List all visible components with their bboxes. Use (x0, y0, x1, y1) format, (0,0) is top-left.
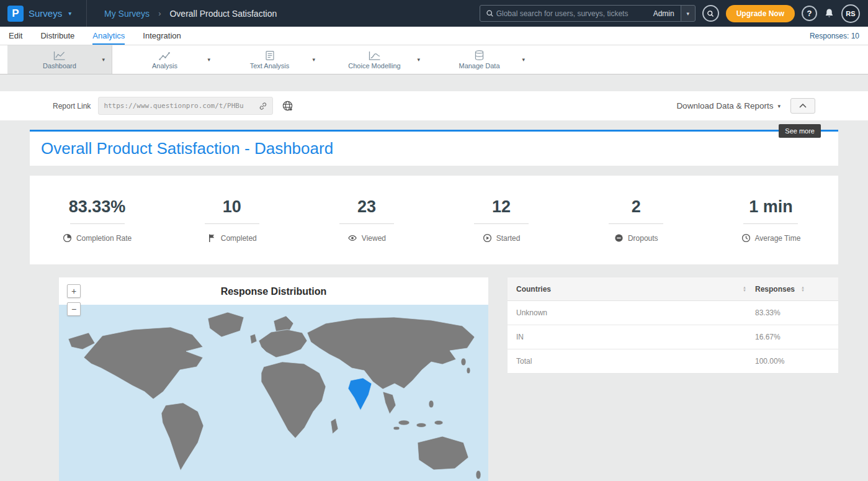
report-bar-actions: Download Data & Reports ▾ (676, 98, 815, 114)
chevron-up-icon (799, 104, 807, 108)
tab-label: Manage Data (459, 62, 499, 70)
table-row-in: IN 16.67% (508, 325, 838, 349)
global-search-input[interactable] (496, 9, 647, 18)
report-link-bar: Report Link Download Data & Reports ▾ (0, 91, 868, 120)
product-switcher[interactable]: P Surveys ▾ (0, 0, 87, 27)
stat-dropouts: 2 Dropouts (569, 197, 704, 243)
table-row-total: Total 100.00% (508, 349, 838, 374)
advanced-search-button[interactable] (702, 5, 719, 22)
clock-icon (741, 233, 751, 243)
chevron-down-icon[interactable]: ▾ (207, 56, 210, 63)
user-avatar[interactable]: RS (841, 4, 860, 23)
topbar-actions: Admin ▾ Upgrade Now ? RS (480, 4, 868, 23)
column-label: Countries (516, 285, 551, 294)
country-cell: IN (508, 333, 755, 341)
minus-circle-icon (614, 233, 624, 243)
nav-item-analytics[interactable]: Analytics (92, 27, 125, 45)
search-scope-label[interactable]: Admin (647, 9, 681, 18)
link-icon[interactable] (259, 102, 267, 110)
chevron-down-icon[interactable]: ▾ (417, 56, 420, 63)
chevron-down-icon[interactable]: ▾ (102, 56, 105, 63)
breadcrumb-current-survey: Overall Product Satisfaction (169, 9, 277, 19)
table-row-unknown: Unknown 83.33% (508, 301, 838, 325)
stat-completion-rate: 83.33% Completion Rate (30, 197, 164, 243)
page-title-card: Overall Product Satisfaction - Dashboard (30, 130, 838, 166)
choice-modelling-icon (368, 50, 382, 61)
column-label: Responses (755, 285, 795, 294)
survey-nav: Edit Distribute Analytics Integration Re… (0, 27, 868, 45)
stat-average-time: 1 min Average Time (704, 197, 838, 243)
map-zoom-controls: + − (67, 284, 81, 316)
map-title: Response Distribution (59, 277, 488, 305)
upgrade-now-button[interactable]: Upgrade Now (726, 5, 795, 22)
stat-value: 12 (434, 197, 569, 217)
responses-cell: 100.00% (755, 357, 838, 366)
global-search: Admin ▾ (480, 5, 696, 22)
breadcrumb-my-surveys[interactable]: My Surveys (104, 9, 150, 19)
dashboard-chart-icon (53, 50, 66, 61)
analysis-chart-icon (158, 50, 172, 61)
tab-label: Choice Modelling (348, 62, 400, 70)
dashboard-panels: + − Response Distribution (30, 277, 838, 481)
map-country-india (348, 378, 372, 410)
divider (609, 223, 663, 224)
nav-item-integration[interactable]: Integration (143, 27, 181, 45)
tab-analysis[interactable]: Analysis ▾ (112, 45, 217, 74)
download-label: Download Data & Reports (676, 101, 773, 110)
divider (743, 223, 798, 224)
divider (339, 223, 394, 224)
responses-counter[interactable]: Responses: 10 (810, 27, 868, 45)
country-cell: Unknown (508, 308, 755, 317)
stat-label: Average Time (755, 234, 801, 243)
responses-cell: 16.67% (755, 333, 838, 341)
analytics-toolbar: Dashboard ▾ Analysis ▾ Text Analysis ▾ C… (0, 45, 868, 74)
tab-text-analysis[interactable]: Text Analysis ▾ (217, 45, 322, 74)
help-button[interactable]: ? (802, 6, 817, 21)
map-zoom-in-button[interactable]: + (67, 284, 81, 298)
globe-icon[interactable] (282, 100, 293, 112)
topbar: P Surveys ▾ My Surveys › Overall Product… (0, 0, 868, 27)
nav-item-distribute[interactable]: Distribute (40, 27, 74, 45)
world-map[interactable] (59, 305, 488, 481)
divider (205, 223, 259, 224)
sort-icon: ▲▼ (743, 286, 746, 292)
stat-label: Completed (221, 234, 257, 243)
download-data-reports-button[interactable]: Download Data & Reports ▾ (676, 101, 781, 110)
manage-data-icon (473, 50, 485, 61)
sort-icon: ▲▼ (801, 286, 805, 292)
country-cell: Total (508, 357, 755, 366)
stat-viewed: 23 Viewed (299, 197, 434, 243)
tab-manage-data[interactable]: Manage Data ▾ (427, 45, 532, 74)
stat-completed: 10 Completed (164, 197, 299, 243)
responses-column-header[interactable]: Responses ▲▼ (755, 285, 838, 294)
stat-label: Completion Rate (76, 234, 132, 243)
report-link-input[interactable] (104, 102, 255, 110)
tab-choice-modelling[interactable]: Choice Modelling ▾ (322, 45, 427, 74)
gauge-icon (63, 233, 72, 243)
breadcrumb-separator-icon: › (158, 9, 161, 18)
map-zoom-out-button[interactable]: − (67, 302, 81, 316)
notifications-button[interactable] (824, 8, 834, 19)
dashboard-content: Report Link Download Data & Reports ▾ (0, 91, 868, 481)
search-scope-dropdown[interactable]: ▾ (681, 6, 695, 21)
product-name: Surveys (29, 8, 62, 19)
stat-started: 12 Started (434, 197, 569, 243)
chevron-down-icon[interactable]: ▾ (522, 56, 525, 63)
survey-stats-card: 83.33% Completion Rate 10 Completed (30, 176, 838, 264)
collapse-panel-button[interactable] (790, 98, 815, 114)
tab-dashboard[interactable]: Dashboard ▾ (7, 45, 112, 74)
stat-value: 1 min (704, 197, 838, 217)
report-link-label: Report Link (53, 102, 91, 110)
nav-item-edit[interactable]: Edit (9, 27, 22, 45)
search-icon (707, 10, 714, 17)
stat-value: 2 (569, 197, 704, 217)
tab-label: Dashboard (43, 62, 76, 70)
questionpro-logo: P (7, 6, 24, 22)
response-distribution-panel: + − Response Distribution (59, 277, 488, 481)
stat-value: 10 (164, 197, 299, 217)
flag-icon (207, 233, 217, 243)
countries-column-header[interactable]: Countries ▲▼ (508, 285, 755, 294)
text-analysis-icon (264, 50, 275, 61)
chevron-down-icon: ▾ (68, 10, 71, 17)
chevron-down-icon[interactable]: ▾ (312, 56, 315, 63)
